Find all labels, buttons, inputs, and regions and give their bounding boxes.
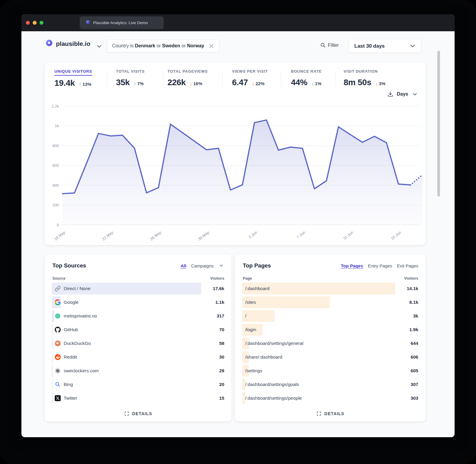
metric-bounce-rate[interactable]: BOUNCE RATE44%↓ 1%	[291, 68, 322, 87]
row-label: /:dashboard/settings/goals	[245, 382, 299, 387]
source-row[interactable]: Twitter15	[52, 392, 224, 404]
svg-text:400: 400	[52, 183, 59, 188]
source-row[interactable]: Bing20	[52, 379, 224, 390]
row-label-group: sweclockers.com	[55, 365, 99, 377]
row-visitors-value: 3k	[395, 313, 418, 319]
source-row[interactable]: Google1.1k	[52, 296, 224, 308]
sources-details-button[interactable]: DETAILS	[45, 411, 231, 417]
row-label-group: GitHub	[55, 324, 78, 336]
row-label-group: /share/:dashboard	[245, 351, 282, 363]
row-label-group: /settings	[245, 365, 262, 377]
metric-delta: ↑ 7%	[134, 81, 144, 86]
pages-tab-top-pages[interactable]: Top Pages	[341, 263, 363, 268]
metric-total-pageviews[interactable]: TOTAL PAGEVIEWS226k↓ 16%	[167, 68, 208, 87]
metric-label: UNIQUE VISITORS	[54, 69, 92, 76]
filter-chip-fragment: Country is	[112, 43, 135, 48]
screenshot-stage: Plausible Analytics: Live Demo plausible…	[0, 0, 476, 464]
filter-chip-text: Country is Denmark or Sweden or Norway	[112, 43, 204, 49]
vertical-scrollbar-thumb[interactable]	[437, 51, 440, 197]
sources-tab-all[interactable]: All	[181, 263, 186, 268]
page-row[interactable]: /settings605	[242, 365, 418, 377]
pages-tab-entry-pages[interactable]: Entry Pages	[368, 263, 392, 268]
duckduckgo-icon	[55, 340, 61, 346]
download-icon[interactable]	[387, 91, 393, 97]
svg-text:26 May: 26 May	[149, 230, 162, 241]
metric-total-visits[interactable]: TOTAL VISITS35k↑ 7%	[116, 68, 145, 87]
value-bar	[52, 310, 54, 322]
row-visitors-value: 14.1k	[395, 286, 418, 291]
google-icon	[55, 299, 61, 305]
row-label: Google	[64, 300, 79, 305]
teal-dot-icon	[55, 313, 61, 319]
github-icon	[55, 327, 61, 333]
source-row[interactable]: Direct / None17.6k	[52, 283, 224, 295]
page-row[interactable]: /login1.9k	[242, 324, 418, 336]
browser-tab[interactable]: Plausible Analytics: Live Demo	[80, 16, 164, 29]
sources-tab-campaigns[interactable]: Campaigns	[191, 263, 214, 268]
interval-select-label[interactable]: Days	[397, 91, 408, 97]
row-visitors-value: 1.1k	[201, 300, 224, 305]
filter-button-label: Filter	[328, 42, 339, 48]
pages-details-button[interactable]: DETAILS	[235, 411, 425, 417]
source-row[interactable]: GitHub70	[52, 324, 224, 336]
minimize-window-button[interactable]	[33, 21, 37, 25]
sources-visitors-header: Visitors	[210, 276, 224, 281]
site-switcher-chevron-down-icon[interactable]	[97, 44, 101, 49]
remove-filter-close-icon[interactable]	[208, 43, 214, 49]
page-row[interactable]: /sites8.1k	[242, 296, 418, 308]
reddit-icon	[55, 354, 61, 360]
sources-details-label: DETAILS	[132, 411, 152, 416]
sources-list: Direct / None17.6kGoogle1.1kmetisprivati…	[52, 283, 224, 406]
row-visitors-value: 15	[201, 396, 224, 401]
source-row[interactable]: metisprivatist.no317	[52, 310, 224, 322]
arrow-down-icon: ↓	[252, 81, 256, 86]
row-label: DuckDuckGo	[64, 341, 91, 346]
metric-views-per-visit[interactable]: VIEWS PER VISIT6.47↓ 22%	[232, 68, 268, 87]
row-visitors-value: 20	[201, 382, 224, 387]
metric-visit-duration[interactable]: VISIT DURATION8m 50s↓ 3%	[344, 68, 386, 87]
close-window-button[interactable]	[26, 21, 30, 25]
expand-icon	[316, 411, 322, 417]
row-label-group: /:dashboard	[245, 283, 270, 295]
source-row[interactable]: Reddit30	[52, 351, 224, 363]
svg-text:0: 0	[57, 223, 59, 227]
row-visitors-value: 1.9k	[395, 327, 418, 332]
metric-delta: ↑ 13%	[79, 82, 92, 87]
page-row[interactable]: /3k	[242, 310, 418, 322]
source-row[interactable]: DuckDuckGo58	[52, 337, 224, 349]
svg-text:200: 200	[52, 203, 59, 207]
metric-delta: ↓ 3%	[375, 81, 385, 86]
pages-tab-exit-pages[interactable]: Exit Pages	[397, 263, 418, 268]
arrow-down-icon: ↓	[311, 81, 315, 86]
page-row[interactable]: /:dashboard/settings/people303	[242, 392, 418, 404]
filter-chip[interactable]: Country is Denmark or Sweden or Norway	[107, 39, 219, 52]
row-visitors-value: 605	[395, 368, 418, 373]
interval-chevron-down-icon[interactable]	[412, 91, 418, 97]
page-row[interactable]: /share/:dashboard606	[242, 351, 418, 363]
page-row[interactable]: /:dashboard14.1k	[242, 283, 418, 295]
metric-delta: ↓ 1%	[311, 81, 321, 86]
row-visitors-value: 30	[201, 354, 224, 360]
metric-value: 6.47	[232, 78, 248, 87]
browser-window: Plausible Analytics: Live Demo plausible…	[21, 14, 455, 437]
bing-icon	[55, 382, 61, 387]
filter-chip-fragment: or	[155, 43, 162, 48]
row-label-group: Reddit	[55, 351, 77, 363]
zoom-window-button[interactable]	[40, 21, 43, 25]
metric-label: VISIT DURATION	[344, 69, 378, 75]
page-row[interactable]: /:dashboard/settings/general644	[242, 337, 418, 349]
date-range-select[interactable]: Last 30 days	[349, 39, 421, 53]
page-row[interactable]: /:dashboard/settings/goals307	[242, 379, 418, 390]
date-range-label: Last 30 days	[354, 43, 385, 49]
svg-text:18 May: 18 May	[53, 230, 66, 241]
row-label-group: Direct / None	[55, 283, 90, 295]
filter-button[interactable]: Filter	[320, 42, 339, 48]
row-label-group: Twitter	[55, 392, 77, 404]
metric-unique-visitors[interactable]: UNIQUE VISITORS19.4k↑ 13%	[54, 68, 92, 88]
campaigns-chevron-down-icon[interactable]	[218, 263, 224, 269]
arrow-down-icon: ↓	[190, 81, 193, 86]
site-name[interactable]: plausible.io	[56, 40, 90, 47]
source-row[interactable]: sweclockers.com29	[52, 365, 224, 377]
row-label: /login	[245, 327, 256, 332]
row-label: Twitter	[64, 396, 77, 401]
